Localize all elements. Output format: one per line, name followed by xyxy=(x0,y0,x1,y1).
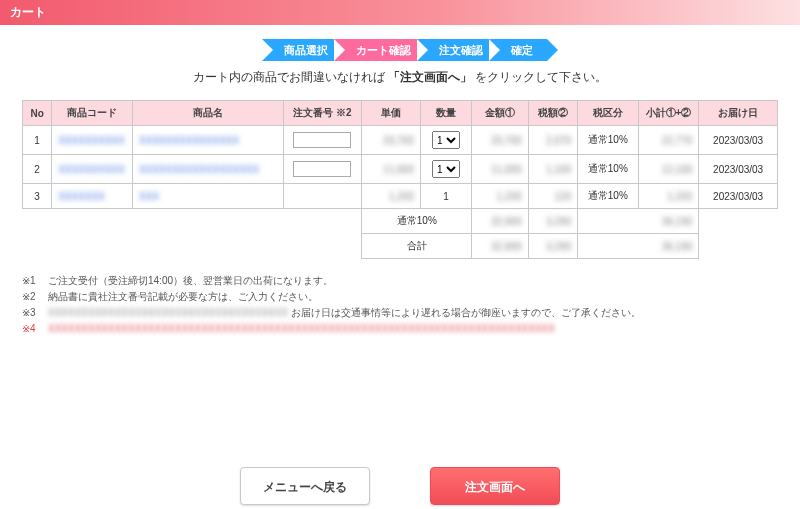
cell-qty: 1 xyxy=(420,155,472,184)
summary-spacer xyxy=(52,234,133,259)
summary-tax: 3,290 xyxy=(528,209,577,234)
cell-qty: 1 xyxy=(420,184,472,209)
th-code: 商品コード xyxy=(52,101,133,126)
cart-table: No 商品コード 商品名 注文番号 ※2 単価 数量 金額① 税額② 税区分 小… xyxy=(22,100,778,259)
cell-unit: 1,200 xyxy=(362,184,420,209)
footer-buttons: メニューへ戻る 注文画面へ xyxy=(22,467,778,505)
table-row: 2XXXXXXXXXXXXXXXXXXXXXXXXXXXX11,000111,0… xyxy=(23,155,778,184)
cell-tax: 120 xyxy=(528,184,577,209)
note-text: XXXXXXXXXXXXXXXXXXXXXXXXXXXXXXXXXXXX お届け… xyxy=(48,305,641,321)
step-product-select[interactable]: 商品選択 xyxy=(262,39,342,61)
cell-unit-text: 1,200 xyxy=(389,191,414,202)
summary-amount-text: 32,900 xyxy=(491,216,522,227)
step-finalize[interactable]: 確定 xyxy=(489,39,547,61)
summary-spacer xyxy=(52,209,133,234)
cell-amount: 20,700 xyxy=(472,126,528,155)
cell-name[interactable]: XXXXXXXXXXXXXXXXXX xyxy=(133,155,284,184)
cell-amount-text: 11,000 xyxy=(491,164,522,175)
cell-subtotal: 1,320 xyxy=(638,184,699,209)
summary-tax-text: 3,290 xyxy=(546,216,571,227)
note-text: ご注文受付（受注締切14:00）後、翌営業日の出荷になります。 xyxy=(48,273,333,289)
cell-no: 1 xyxy=(23,126,52,155)
cell-code-text: XXXXXXXXXX xyxy=(58,164,125,175)
instruction-b: 「注文画面へ」 xyxy=(388,70,472,84)
summary-tax: 3,290 xyxy=(528,234,577,259)
cell-taxkind: 通常10% xyxy=(577,155,638,184)
table-row: 3XXXXXXXXXX1,20011,200120通常10%1,3202023/… xyxy=(23,184,778,209)
summary-spacer xyxy=(133,209,284,234)
th-tax: 税額② xyxy=(528,101,577,126)
summary-spacer xyxy=(23,209,52,234)
step-cart-confirm: カート確認 xyxy=(334,39,425,61)
note-idx: ※1 xyxy=(22,273,48,289)
table-row: 1XXXXXXXXXXXXXXXXXXXXXXXXX20,700120,7002… xyxy=(23,126,778,155)
th-amount: 金額① xyxy=(472,101,528,126)
cell-deliver: 2023/03/03 xyxy=(699,126,778,155)
summary-subtotal: 36,190 xyxy=(577,234,698,259)
cell-unit-text: 11,000 xyxy=(383,164,414,175)
summary-subtotal-text: 36,190 xyxy=(662,216,693,227)
th-qty: 数量 xyxy=(420,101,472,126)
th-no: No xyxy=(23,101,52,126)
note-row: ※4 XXXXXXXXXXXXXXXXXXXXXXXXXXXXXXXXXXXXX… xyxy=(22,321,778,337)
cell-orderno xyxy=(283,155,362,184)
summary-spacer xyxy=(699,234,778,259)
page-title: カート xyxy=(0,0,800,25)
note-text: XXXXXXXXXXXXXXXXXXXXXXXXXXXXXXXXXXXXXXXX… xyxy=(48,321,555,337)
step-order-confirm[interactable]: 注文確認 xyxy=(417,39,497,61)
orderno-input[interactable] xyxy=(293,161,351,177)
cell-subtotal: 12,100 xyxy=(638,155,699,184)
cell-code[interactable]: XXXXXXXXXX xyxy=(52,155,133,184)
cell-tax: 1,100 xyxy=(528,155,577,184)
instruction-a: カート内の商品でお間違いなければ xyxy=(193,70,385,84)
cell-code[interactable]: XXXXXXXXXX xyxy=(52,126,133,155)
note-idx: ※3 xyxy=(22,305,48,321)
cell-name[interactable]: XXXXXXXXXXXXXXX xyxy=(133,126,284,155)
cell-code[interactable]: XXXXXXX xyxy=(52,184,133,209)
orderno-input[interactable] xyxy=(293,132,351,148)
cell-deliver: 2023/03/03 xyxy=(699,184,778,209)
instruction-text: カート内の商品でお間違いなければ 「注文画面へ」 をクリックして下さい。 xyxy=(22,69,778,86)
summary-amount-text: 32,900 xyxy=(491,241,522,252)
note-row: ※3 XXXXXXXXXXXXXXXXXXXXXXXXXXXXXXXXXXXX … xyxy=(22,305,778,321)
cell-amount: 1,200 xyxy=(472,184,528,209)
cell-taxkind: 通常10% xyxy=(577,184,638,209)
next-button[interactable]: 注文画面へ xyxy=(430,467,560,505)
qty-select[interactable]: 1 xyxy=(432,131,460,149)
cell-amount-text: 1,200 xyxy=(497,191,522,202)
cell-name-text: XXX xyxy=(139,191,159,202)
summary-row: 通常10%32,9003,29036,190 xyxy=(23,209,778,234)
cell-code-text: XXXXXXX xyxy=(58,191,105,202)
qty-select[interactable]: 1 xyxy=(432,160,460,178)
cell-subtotal-text: 12,100 xyxy=(662,164,693,175)
th-subtotal: 小計①+② xyxy=(638,101,699,126)
back-button[interactable]: メニューへ戻る xyxy=(240,467,370,505)
cell-no: 2 xyxy=(23,155,52,184)
cell-amount: 11,000 xyxy=(472,155,528,184)
cell-name[interactable]: XXX xyxy=(133,184,284,209)
cell-unit: 20,700 xyxy=(362,126,420,155)
cell-subtotal-text: 22,770 xyxy=(662,135,693,146)
cell-name-text: XXXXXXXXXXXXXXX xyxy=(139,135,239,146)
summary-label: 合計 xyxy=(362,234,472,259)
summary-spacer xyxy=(283,234,362,259)
note-text: 納品書に貴社注文番号記載が必要な方は、ご入力ください。 xyxy=(48,289,318,305)
cell-unit-text: 20,700 xyxy=(383,135,414,146)
th-orderno: 注文番号 ※2 xyxy=(283,101,362,126)
cell-qty: 1 xyxy=(420,126,472,155)
th-unit: 単価 xyxy=(362,101,420,126)
th-taxkind: 税区分 xyxy=(577,101,638,126)
cell-no: 3 xyxy=(23,184,52,209)
note-row: ※2 納品書に貴社注文番号記載が必要な方は、ご入力ください。 xyxy=(22,289,778,305)
cell-tax: 2,070 xyxy=(528,126,577,155)
note-row: ※1 ご注文受付（受注締切14:00）後、翌営業日の出荷になります。 xyxy=(22,273,778,289)
table-header-row: No 商品コード 商品名 注文番号 ※2 単価 数量 金額① 税額② 税区分 小… xyxy=(23,101,778,126)
th-deliver: お届け日 xyxy=(699,101,778,126)
cell-orderno xyxy=(283,126,362,155)
cell-code-text: XXXXXXXXXX xyxy=(58,135,125,146)
summary-spacer xyxy=(283,209,362,234)
summary-spacer xyxy=(699,209,778,234)
cell-amount-text: 20,700 xyxy=(491,135,522,146)
cell-subtotal: 22,770 xyxy=(638,126,699,155)
note-blurred-a: XXXXXXXXXXXXXXXXXXXXXXXXXXXXXXXXXXXX xyxy=(48,307,288,318)
